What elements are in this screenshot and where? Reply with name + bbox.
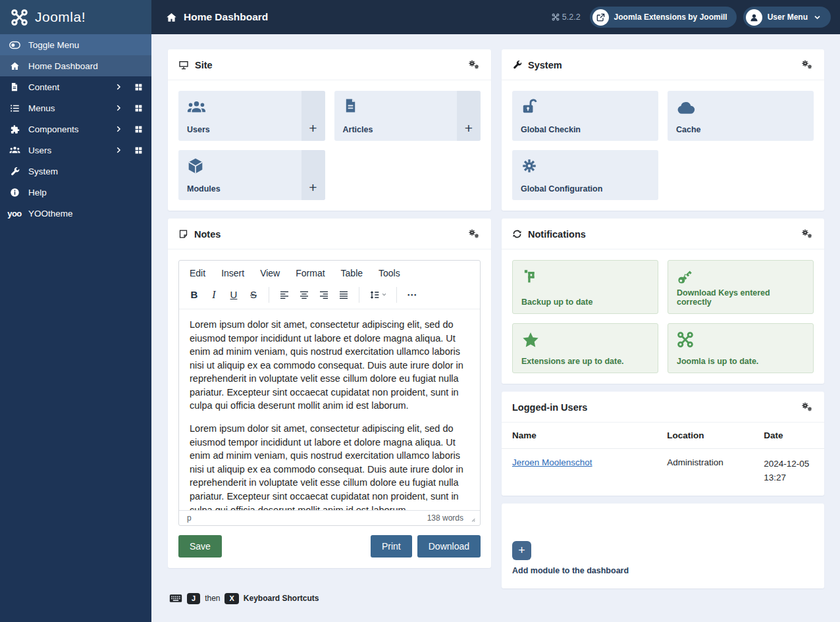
articles-add-button[interactable]: + [457,91,481,141]
modules-add-button[interactable]: + [302,150,325,200]
cube-icon [187,157,293,174]
menu-edit[interactable]: Edit [190,268,205,278]
add-module-label: Add module to the dashboard [512,566,814,575]
modules-card[interactable]: Modules + [178,150,325,200]
menu-table[interactable]: Table [341,268,363,278]
sidebar-item-components[interactable]: Components [0,118,151,140]
menu-format[interactable]: Format [296,268,325,278]
extensions-status-card[interactable]: Extensions are up to date. [512,323,658,373]
sidebar-item-home-dashboard[interactable]: Home Dashboard [0,55,151,76]
dashboard-grid-icon[interactable] [134,83,143,91]
version-indicator: 5.2.2 [552,13,581,22]
global-configuration-card[interactable]: Global Configuration [512,150,658,200]
chevron-right-icon[interactable] [115,83,122,91]
download-keys-status-card[interactable]: Download Keys entered correctly [668,260,814,314]
panel-options-button[interactable] [468,59,481,70]
bold-button[interactable]: B [184,286,204,303]
add-module-button[interactable]: + [512,541,531,560]
desktop-icon [178,60,189,70]
panel-title: Notes [194,229,221,240]
key-icon [677,268,804,285]
add-module-body: + Add module to the dashboard [502,504,824,588]
editor-content[interactable]: Lorem ipsum dolor sit amet, consectetur … [179,309,480,510]
toolbar-separator [359,287,359,303]
users-group-icon [187,98,293,117]
align-left-button[interactable] [275,286,294,303]
wrench-icon [9,167,20,176]
cache-card[interactable]: Cache [668,91,814,141]
notes-panel-body: Edit Insert View Format Table Tools B I [168,249,491,568]
sidebar-item-content[interactable]: Content [0,76,151,97]
panel-title: Notifications [528,229,586,240]
sidebar-item-help[interactable]: Help [0,182,151,203]
chevron-right-icon[interactable] [115,104,122,112]
align-center-button[interactable] [294,286,314,303]
toolbar-separator [396,287,397,303]
panel-options-button[interactable] [801,402,814,413]
system-panel-header: System [502,49,824,80]
gear-icon [521,157,650,174]
align-right-button[interactable] [314,286,334,303]
users-group-icon [9,145,20,156]
table-header-row: Name Location Date [502,423,824,449]
card-label: Cache [676,125,805,134]
sidebar-item-system[interactable]: System [0,161,151,182]
joomla-update-status-card[interactable]: Joomla is up to date. [668,323,814,373]
panel-options-button[interactable] [801,228,814,240]
backup-icon [521,268,649,285]
global-checkin-card[interactable]: Global Checkin [512,91,658,141]
panel-options-button[interactable] [801,59,814,70]
user-name-link[interactable]: Jeroen Moolenschot [512,457,592,467]
topbar: Home Dashboard 5.2.2 Joomla Extensions b… [151,0,840,34]
articles-card[interactable]: Articles + [334,91,481,141]
dashboard-grid-icon[interactable] [134,146,143,155]
panel-options-button[interactable] [468,228,481,240]
sidebar-item-yootheme[interactable]: yoo YOOtheme [0,203,151,224]
sidebar-item-label: System [28,167,143,176]
chevron-right-icon[interactable] [115,125,122,133]
cloud-icon [676,98,805,118]
star-icon [521,331,649,350]
sidebar-item-menus[interactable]: Menus [0,97,151,118]
strikethrough-button[interactable]: S [244,286,263,303]
italic-button[interactable]: I [204,286,224,303]
chevron-right-icon[interactable] [115,146,122,154]
column-header-name: Name [502,423,656,449]
resize-handle-icon[interactable] [467,514,476,523]
justify-button[interactable] [334,286,354,303]
sidebar-item-label: Menus [28,103,107,113]
sidebar-item-toggle-menu[interactable]: Toggle Menu [0,34,151,55]
more-toolbar-button[interactable]: ⋯ [402,286,422,303]
home-icon [9,61,20,71]
notifications-panel: Notifications Backup up to date Download… [502,219,824,384]
notification-label: Download Keys entered correctly [677,288,804,307]
external-link-icon [592,9,609,26]
dashboard-grid-icon[interactable] [134,104,143,113]
menu-view[interactable]: View [260,268,280,278]
joomla-version-icon [552,13,560,21]
dashboard-grid-icon[interactable] [134,125,143,134]
users-add-button[interactable]: + [302,91,325,141]
save-button[interactable]: Save [178,535,222,557]
extensions-button[interactable]: Joomla Extensions by Joomill [590,7,737,28]
editor-statusbar: p 138 words [179,510,480,525]
keyboard-shortcuts-label[interactable]: Keyboard Shortcuts [244,594,319,603]
backup-status-card[interactable]: Backup up to date [512,260,658,314]
menu-tools[interactable]: Tools [379,268,400,278]
dashboard-content: Site Users + [151,34,840,622]
sidebar-menu: Toggle Menu Home Dashboard Content Menus [0,34,151,224]
underline-button[interactable]: U [224,286,244,303]
sidebar-item-label: YOOtheme [28,209,143,219]
menu-insert[interactable]: Insert [221,268,244,278]
site-panel: Site Users + [168,49,491,211]
panel-title: Site [195,60,213,70]
hint-then-text: then [205,594,220,603]
keycap-x: X [224,593,238,604]
download-button[interactable]: Download [417,535,481,557]
user-menu-button[interactable]: User Menu [743,7,831,28]
users-card[interactable]: Users + [178,91,325,141]
puzzle-icon [9,124,20,134]
print-button[interactable]: Print [371,535,412,557]
sidebar-item-users[interactable]: Users [0,140,151,161]
line-height-button[interactable] [365,286,391,303]
